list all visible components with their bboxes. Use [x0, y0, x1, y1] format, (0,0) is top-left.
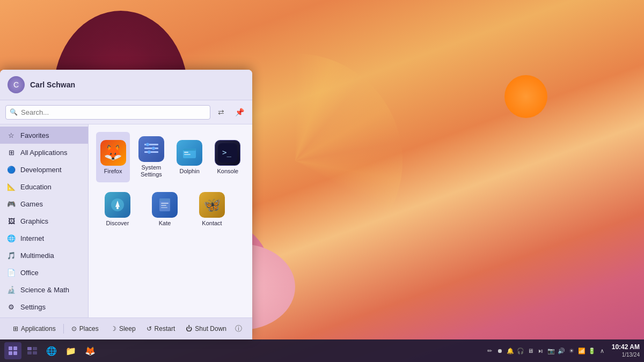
clock-date: 1/13/24 — [612, 351, 640, 358]
footer-places-button[interactable]: ⊙ Places — [66, 322, 104, 335]
dolphin-label: Dolphin — [179, 168, 199, 175]
tray-headset-icon[interactable]: 🎧 — [516, 346, 525, 355]
sidebar-label-graphics: Graphics — [20, 217, 48, 225]
office-icon: 📄 — [6, 268, 16, 277]
tray-bell-icon[interactable]: 🔔 — [506, 346, 515, 355]
svg-rect-24 — [27, 347, 32, 350]
footer-separator-1 — [63, 324, 64, 334]
svg-rect-18 — [161, 205, 166, 206]
sidebar-label-all-apps: All Applications — [20, 149, 67, 157]
clock[interactable]: 10:42 AM 1/13/24 — [612, 343, 640, 359]
search-input[interactable] — [5, 105, 210, 120]
settings-icon: ⚙ — [6, 302, 16, 312]
restart-button[interactable]: ↺ Restart — [141, 322, 181, 335]
svg-rect-2 — [144, 151, 158, 153]
sidebar-label-settings: Settings — [20, 303, 46, 311]
sidebar-item-education[interactable]: 📐 Education — [0, 178, 88, 195]
avatar-initial: C — [13, 80, 19, 89]
menu-sidebar: ☆ Favorites ⊞ All Applications 🔵 Develop… — [0, 124, 89, 317]
svg-rect-22 — [9, 351, 12, 355]
sidebar-label-favorites: Favorites — [20, 131, 49, 139]
svg-rect-20 — [9, 346, 12, 350]
app-item-discover[interactable]: Discover — [96, 188, 139, 231]
discover-label: Discover — [106, 220, 129, 227]
tray-brightness-icon[interactable]: ☀ — [567, 346, 576, 355]
apps-row-1: 🦊 Firefox S — [96, 132, 245, 182]
tray-chevron-icon[interactable]: ∧ — [598, 346, 606, 355]
tray-record-icon[interactable]: ⏺ — [496, 346, 504, 355]
app-item-kate[interactable]: Kate — [143, 188, 186, 231]
sidebar-item-office[interactable]: 📄 Office — [0, 264, 88, 281]
sidebar-label-science: Science & Math — [20, 286, 69, 294]
tray-display-icon[interactable]: 🖥 — [526, 346, 535, 355]
sidebar-item-science-math[interactable]: 🔬 Science & Math — [0, 281, 88, 298]
discover-icon — [105, 192, 130, 218]
restart-icon: ↺ — [147, 325, 152, 333]
games-icon: 🎮 — [6, 199, 16, 209]
applications-label: Applications — [21, 325, 56, 333]
footer-applications-button[interactable]: ⊞ Applications — [8, 322, 61, 335]
menu-header: C Carl Schwan — [0, 70, 252, 100]
tray-volume-icon[interactable]: 🔊 — [557, 346, 566, 355]
search-filter-button[interactable]: ⇄ — [214, 105, 229, 120]
taskbar-files-button[interactable]: 📁 — [62, 342, 79, 359]
svg-rect-25 — [33, 347, 37, 350]
shutdown-button[interactable]: ⏻ Shut Down — [180, 322, 232, 335]
sidebar-item-games[interactable]: 🎮 Games — [0, 195, 88, 212]
search-bar: 🔍 ⇄ 📌 — [0, 100, 252, 124]
svg-rect-16 — [159, 198, 170, 201]
search-pin-button[interactable]: 📌 — [232, 105, 247, 120]
svg-rect-8 — [184, 152, 188, 153]
menu-body: ☆ Favorites ⊞ All Applications 🔵 Develop… — [0, 124, 252, 317]
multimedia-icon: 🎵 — [6, 250, 16, 260]
app-item-firefox[interactable]: 🦊 Firefox — [96, 132, 130, 182]
sidebar-label-games: Games — [20, 200, 43, 208]
sidebar-item-multimedia[interactable]: 🎵 Multimedia — [0, 247, 88, 264]
sun-decoration — [504, 75, 547, 118]
internet-icon: 🌐 — [6, 233, 16, 243]
app-item-kontact[interactable]: 🦋 Kontact — [191, 188, 233, 231]
tray-icons: ✏ ⏺ 🔔 🎧 🖥 ⏯ 📷 🔊 ☀ 📶 🔋 ∧ — [486, 346, 606, 355]
app-item-dolphin[interactable]: Dolphin — [173, 132, 207, 182]
svg-rect-26 — [27, 351, 32, 354]
svg-rect-19 — [161, 207, 167, 208]
start-menu-button[interactable] — [4, 342, 21, 359]
search-input-wrap: 🔍 — [5, 105, 210, 120]
firefox-label: Firefox — [104, 168, 122, 175]
app-item-system-settings[interactable]: System Settings — [134, 132, 168, 182]
konsole-icon: >_ — [215, 140, 240, 166]
firefox-icon: 🦊 — [100, 140, 126, 166]
clock-time: 10:42 AM — [612, 343, 640, 352]
kontact-label: Kontact — [202, 220, 222, 227]
sidebar-item-internet[interactable]: 🌐 Internet — [0, 230, 88, 247]
svg-rect-27 — [33, 351, 37, 354]
svg-text:>_: >_ — [222, 148, 231, 157]
taskbar-firefox-button[interactable]: 🦊 — [82, 342, 99, 359]
taskbar-browser-button[interactable]: 🌐 — [43, 342, 60, 359]
all-apps-icon: ⊞ — [6, 147, 16, 157]
app-item-konsole[interactable]: >_ Konsole — [211, 132, 245, 182]
tray-pencil-icon[interactable]: ✏ — [486, 346, 494, 355]
tray-battery-icon[interactable]: 🔋 — [588, 346, 596, 355]
svg-rect-7 — [183, 149, 196, 151]
places-icon: ⊙ — [71, 325, 77, 333]
sidebar-item-favorites[interactable]: ☆ Favorites — [0, 127, 88, 144]
sidebar-item-settings[interactable]: ⚙ Settings — [0, 298, 88, 315]
info-button[interactable]: ⓘ — [232, 322, 245, 335]
education-icon: 📐 — [6, 182, 16, 191]
sidebar-item-graphics[interactable]: 🖼 Graphics — [0, 212, 88, 230]
tray-media-icon[interactable]: ⏯ — [537, 346, 545, 355]
sleep-button[interactable]: ☽ Sleep — [105, 322, 141, 335]
kontact-icon: 🦋 — [199, 192, 225, 218]
sidebar-item-all-applications[interactable]: ⊞ All Applications — [0, 144, 88, 161]
apps-panel: 🦊 Firefox S — [89, 124, 252, 317]
graphics-icon: 🖼 — [6, 216, 16, 226]
tray-wifi-icon[interactable]: 📶 — [577, 346, 586, 355]
sidebar-item-development[interactable]: 🔵 Development — [0, 161, 88, 178]
places-label: Places — [79, 325, 99, 333]
taskbar-pager-button[interactable] — [24, 342, 41, 359]
sleep-icon: ☽ — [111, 325, 116, 333]
sidebar-label-office: Office — [20, 269, 39, 277]
taskbar: 🌐 📁 🦊 ✏ ⏺ 🔔 🎧 🖥 ⏯ 📷 🔊 ☀ 📶 🔋 ∧ 10:42 AM 1… — [0, 339, 644, 362]
tray-camera-icon[interactable]: 📷 — [547, 346, 555, 355]
